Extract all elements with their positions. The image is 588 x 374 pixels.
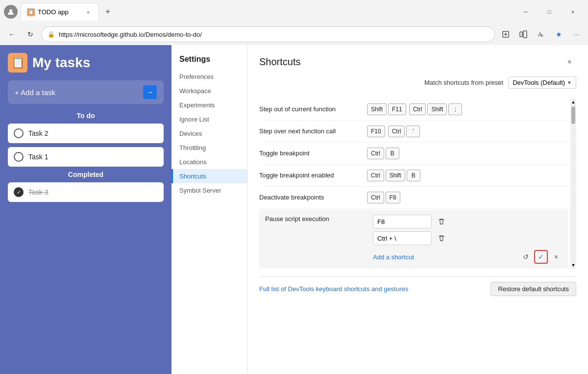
close-window-button[interactable]: ×: [562, 4, 584, 20]
preset-select[interactable]: DevTools (Default) ▼: [508, 76, 576, 89]
key-shift-2: Shift: [386, 170, 405, 181]
web-capture-button[interactable]: [498, 26, 514, 42]
settings-menu-button[interactable]: ···: [568, 26, 584, 42]
shortcut-deactivate-bp-name: Deactivate breakpoints: [259, 193, 357, 202]
shortcut-pause-name: Pause script execution: [265, 215, 363, 224]
shortcut-toggle-bp-name: Toggle breakpoint: [259, 149, 357, 158]
lock-icon: 🔒: [48, 31, 55, 38]
todo-section-title: To do: [8, 112, 164, 120]
todo-panel: 📋 My tasks + Add a task → To do Task 2 T…: [0, 45, 172, 374]
shortcuts-header: Shortcuts ×: [259, 55, 576, 69]
task-item-task2[interactable]: Task 2: [8, 124, 164, 143]
refresh-button[interactable]: ↻: [23, 26, 38, 42]
key-f10: F10: [367, 125, 385, 137]
sidebar-item-symbol-server[interactable]: Symbol Server: [172, 183, 247, 198]
key-group-ctrl-shift-semi: Ctrl Shift ;: [409, 103, 463, 115]
task-item-task1[interactable]: Task 1: [8, 147, 164, 167]
window-controls: ─ □ ×: [514, 4, 584, 20]
scroll-thumb[interactable]: [571, 106, 575, 124]
sidebar-item-workspace[interactable]: Workspace: [172, 84, 247, 98]
address-bar[interactable]: 🔒 https://microsoftedge.github.io/Demos/…: [41, 26, 495, 42]
key-ctrl-1: Ctrl: [409, 103, 426, 115]
key-ctrl-2: Ctrl: [388, 125, 405, 137]
todo-title: My tasks: [32, 55, 90, 71]
completed-section: Completed ✓ Task 3: [8, 171, 164, 202]
preset-label: Match shortcuts from preset: [424, 79, 503, 86]
add-shortcut-link[interactable]: Add a shortcut: [373, 251, 414, 263]
completed-section-title: Completed: [8, 171, 164, 178]
scrollbar: ▲ ▼: [570, 99, 576, 269]
key-group-ctrl-shift-b: Ctrl Shift B: [367, 170, 420, 181]
shortcut-toggle-bp: Toggle breakpoint Ctrl B: [259, 143, 568, 165]
key-group-ctrl-apos: Ctrl ': [388, 125, 420, 137]
shortcut-toggle-bp-enabled: Toggle breakpoint enabled Ctrl Shift B: [259, 165, 568, 187]
todo-header: 📋 My tasks: [8, 53, 164, 73]
key-b2: B: [407, 170, 420, 181]
pause-input-2[interactable]: [373, 231, 432, 245]
minimize-button[interactable]: ─: [514, 4, 537, 20]
key-ctrl-4: Ctrl: [367, 170, 384, 181]
key-shift: Shift: [367, 103, 387, 115]
back-button[interactable]: ←: [4, 26, 20, 42]
sidebar-item-devices[interactable]: Devices: [172, 126, 247, 141]
preset-value: DevTools (Default): [513, 79, 565, 86]
shortcut-step-over-name: Step over next function call: [259, 127, 357, 136]
delete-input-2-button[interactable]: [436, 232, 447, 244]
shortcuts-bottom-bar: Full list of DevTools keyboard shortcuts…: [259, 276, 576, 296]
editable-inputs: Add a shortcut ↺ ✓ ×: [373, 215, 563, 264]
shortcut-step-over-keys: F10 Ctrl ': [367, 125, 568, 137]
key-ctrl-5: Ctrl: [367, 192, 384, 203]
shortcuts-content: Shortcuts × Match shortcuts from preset …: [247, 45, 588, 374]
key-semi: ;: [448, 103, 462, 115]
shortcuts-close-button[interactable]: ×: [563, 55, 576, 69]
settings-title: Settings: [172, 51, 247, 70]
url-text: https://microsoftedge.github.io/Demos/de…: [59, 31, 489, 38]
scroll-up-button[interactable]: ▲: [570, 99, 577, 105]
svg-rect-2: [520, 32, 522, 37]
pause-row-inner: Pause script execution: [265, 215, 563, 264]
pause-input-1[interactable]: [373, 215, 432, 228]
sidebar-item-throttling[interactable]: Throttling: [172, 141, 247, 155]
shortcut-deactivate-bp-keys: Ctrl F8: [367, 192, 568, 203]
svg-text:A: A: [540, 33, 543, 38]
add-task-arrow-icon: →: [143, 85, 157, 99]
tab-close-button[interactable]: ×: [84, 8, 93, 17]
sidebar-item-preferences[interactable]: Preferences: [172, 70, 247, 84]
key-f8: F8: [386, 192, 400, 203]
sidebar-item-experiments[interactable]: Experiments: [172, 98, 247, 112]
read-aloud-button[interactable]: AA: [533, 26, 549, 42]
scroll-down-button[interactable]: ▼: [570, 262, 577, 269]
confirm-button[interactable]: ✓: [534, 250, 548, 264]
tab-favicon: 📋: [27, 8, 35, 16]
shortcut-step-out-keys: Shift F11 Ctrl Shift ;: [367, 103, 568, 115]
new-tab-button[interactable]: +: [101, 5, 115, 19]
editable-input-row-2: [373, 231, 563, 245]
shortcut-step-out-name: Step out of current function: [259, 105, 357, 114]
task3-checkbox[interactable]: ✓: [14, 187, 24, 197]
task1-checkbox[interactable]: [14, 152, 24, 162]
favorites-button[interactable]: ★: [551, 26, 566, 42]
collections-button[interactable]: [515, 26, 531, 42]
task2-text: Task 2: [28, 129, 48, 137]
task3-text: Task 3: [28, 188, 48, 196]
add-task-button[interactable]: + Add a task →: [8, 80, 164, 104]
devtools-link[interactable]: Full list of DevTools keyboard shortcuts…: [259, 285, 408, 293]
key-group-ctrl-b: Ctrl B: [367, 148, 399, 159]
undo-button[interactable]: ↺: [519, 250, 532, 263]
restore-defaults-button[interactable]: Restore default shortcuts: [490, 282, 576, 296]
delete-input-1-button[interactable]: [436, 216, 447, 227]
sidebar-item-locations[interactable]: Locations: [172, 155, 247, 169]
profile-icon[interactable]: [4, 5, 18, 19]
preset-row: Match shortcuts from preset DevTools (De…: [259, 76, 576, 89]
task2-checkbox[interactable]: [14, 128, 24, 138]
active-tab[interactable]: 📋 TODO app ×: [21, 3, 99, 21]
sidebar-item-shortcuts[interactable]: Shortcuts: [172, 169, 247, 183]
sidebar-item-ignore-list[interactable]: Ignore List: [172, 112, 247, 126]
key-group-shift-f11: Shift F11: [367, 103, 406, 115]
task-item-task3[interactable]: ✓ Task 3: [8, 182, 164, 202]
add-task-label: + Add a task: [15, 88, 143, 97]
maximize-button[interactable]: □: [538, 4, 561, 20]
task1-text: Task 1: [28, 153, 48, 161]
cancel-edit-button[interactable]: ×: [550, 250, 563, 263]
key-group-ctrl-f8: Ctrl F8: [367, 192, 400, 203]
